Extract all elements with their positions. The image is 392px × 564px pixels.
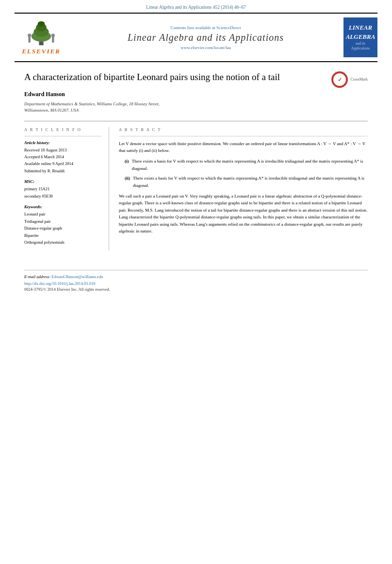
kw-4: Bipartite xyxy=(24,232,101,239)
abstract-column: A B S T R A C T Let V denote a vector sp… xyxy=(119,127,368,251)
abstract-heading: A B S T R A C T xyxy=(119,127,368,132)
journal-logo-right: LINEAR ALGEBRA and its Applications xyxy=(343,17,377,57)
journal-header: Linear Algebra and its Applications 452 … xyxy=(0,0,392,13)
author-affiliation: Department of Mathematics & Statistics, … xyxy=(24,101,368,114)
email-line: E-mail address: Edward.Hanson@williams.e… xyxy=(24,274,368,279)
kw-5: Orthogonal polynomials xyxy=(24,239,101,246)
keywords-label: Keywords: xyxy=(24,204,101,209)
info-rule xyxy=(24,136,101,136)
kw-2: Tridiagonal pair xyxy=(24,218,101,225)
journal-citation: Linear Algebra and its Applications 452 … xyxy=(146,5,246,10)
abstract-para1: Let V denote a vector space with finite … xyxy=(119,140,368,154)
abstract-item-i: (i) There exists a basis for V with resp… xyxy=(125,158,368,172)
footer: E-mail address: Edward.Hanson@williams.e… xyxy=(24,270,368,292)
doi-line: http://dx.doi.org/10.1016/j.laa.2014.03.… xyxy=(24,281,368,286)
item-ii-text: There exists a basis for V with respect … xyxy=(133,175,368,189)
item-i-label: (i) xyxy=(125,158,129,172)
elsevier-tree-icon xyxy=(24,19,58,46)
crossmark-label: CrossMark xyxy=(350,77,368,82)
paper-title: A characterization of bipartite Leonard … xyxy=(24,71,368,84)
logo-applications: Applications xyxy=(345,46,376,51)
logo-algebra: ALGEBRA xyxy=(345,33,376,41)
crossmark-badge[interactable]: ✓ CrossMark xyxy=(331,71,368,88)
svg-text:✓: ✓ xyxy=(338,77,342,83)
svg-rect-5 xyxy=(28,36,31,43)
msc-secondary: secondary 05E30 xyxy=(24,193,101,199)
msc-primary: primary 15A21 xyxy=(24,185,101,192)
main-content: A characterization of bipartite Leonard … xyxy=(0,62,392,260)
item-ii-label: (ii) xyxy=(125,175,130,189)
submitted-by: Submitted by R. Brualdi xyxy=(24,167,101,174)
logo-and-its: and its xyxy=(345,41,376,47)
svg-point-8 xyxy=(51,33,55,37)
divider xyxy=(24,121,368,121)
svg-point-4 xyxy=(38,21,45,27)
journal-banner: ELSEVIER Contents lists available at Sci… xyxy=(15,13,377,62)
available-date: Available online 9 April 2014 xyxy=(24,160,101,167)
abstract-rule xyxy=(119,136,368,136)
keywords-block: Keywords: Leonard pair Tridiagonal pair … xyxy=(24,204,101,246)
msc-block: MSC: primary 15A21 secondary 05E30 xyxy=(24,179,101,199)
copyright-line: 0024-3795/© 2014 Elsevier Inc. All right… xyxy=(24,287,368,292)
item-i-text: There exists a basis for V with respect … xyxy=(132,158,368,172)
svg-point-6 xyxy=(28,33,31,37)
contents-available: Contents lists available at ScienceDirec… xyxy=(73,25,339,30)
two-column-layout: A R T I C L E I N F O Article history: R… xyxy=(24,127,368,251)
kw-1: Leonard pair xyxy=(24,211,101,217)
author-name: Edward Hanson xyxy=(24,91,368,98)
logo-linear: LINEAR xyxy=(345,23,376,32)
svg-rect-7 xyxy=(52,36,54,43)
journal-name: Linear Algebra and its Applications xyxy=(73,32,339,43)
article-history: Article history: Received 18 August 2013… xyxy=(24,140,101,175)
kw-3: Distance-regular graph xyxy=(24,225,101,232)
elsevier-wordmark: ELSEVIER xyxy=(22,48,61,55)
article-info-column: A R T I C L E I N F O Article history: R… xyxy=(24,127,109,251)
journal-title-block: Contents lists available at ScienceDirec… xyxy=(68,25,343,50)
elsevier-logo: ELSEVIER xyxy=(15,17,68,57)
email-label: E-mail address: xyxy=(24,274,50,279)
history-label: Article history: xyxy=(24,140,101,145)
abstract-para2: We call such a pair a Leonard pair on V.… xyxy=(119,193,368,234)
received-date: Received 18 August 2013 xyxy=(24,147,101,153)
crossmark-icon: ✓ xyxy=(331,71,348,88)
journal-url: www.elsevier.com/locate/laa xyxy=(73,45,339,50)
email-link[interactable]: Edward.Hanson@williams.edu xyxy=(51,274,103,279)
msc-label: MSC: xyxy=(24,179,101,184)
abstract-item-ii: (ii) There exists a basis for V with res… xyxy=(125,175,368,189)
doi-link[interactable]: http://dx.doi.org/10.1016/j.laa.2014.03.… xyxy=(24,281,95,286)
accepted-date: Accepted 6 March 2014 xyxy=(24,153,101,160)
abstract-list: (i) There exists a basis for V with resp… xyxy=(125,158,368,189)
article-info-heading: A R T I C L E I N F O xyxy=(24,127,101,132)
